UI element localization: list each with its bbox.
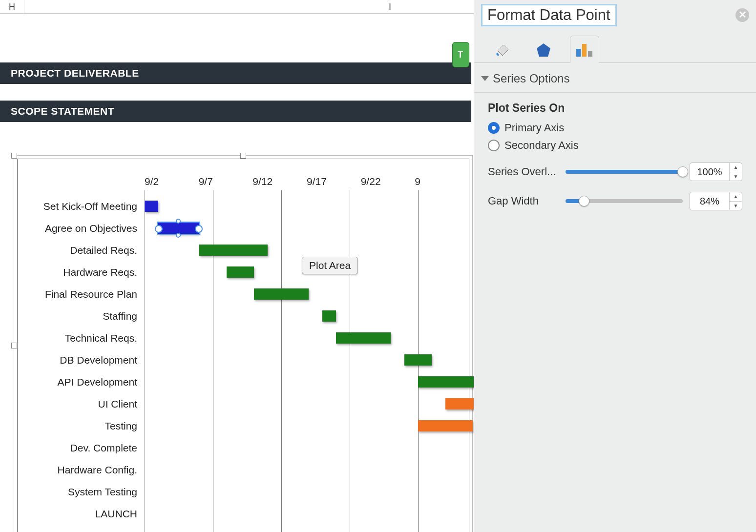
x-tick: 9/7 <box>199 176 253 189</box>
gantt-bar[interactable] <box>336 332 391 344</box>
series-overlap-slider[interactable] <box>566 166 683 178</box>
gap-width-value[interactable]: 84% <box>690 192 729 210</box>
series-overlap-label: Series Overl... <box>488 165 559 178</box>
series-overlap-stepper[interactable]: 100% ▲ ▼ <box>690 163 742 181</box>
task-bar-area <box>142 481 469 503</box>
task-row: System Testing <box>18 481 469 503</box>
green-button[interactable]: T <box>452 42 469 67</box>
primary-axis-radio[interactable] <box>488 122 500 134</box>
gantt-bar[interactable] <box>199 245 268 256</box>
gap-width-label: Gap Width <box>488 195 559 207</box>
task-label: Agree on Objectives <box>18 223 142 234</box>
plot-series-on-label: Plot Series On <box>488 102 742 115</box>
task-label: Staffing <box>18 310 142 322</box>
chart-resize-handle-ml[interactable] <box>11 343 17 348</box>
gantt-bar[interactable] <box>404 354 432 366</box>
gap-width-row: Gap Width 84% ▲ ▼ <box>488 192 742 210</box>
gap-step-down[interactable]: ▼ <box>730 202 742 210</box>
svg-marker-0 <box>537 43 550 57</box>
task-label: Dev. Complete <box>18 442 142 454</box>
format-side-panel: Format Data Point ✕ Series Options P <box>474 0 756 532</box>
overlap-step-up[interactable]: ▲ <box>730 163 742 172</box>
slider-thumb[interactable] <box>579 196 589 206</box>
gantt-bar[interactable] <box>227 266 254 278</box>
panel-body: Plot Series On Primary Axis Secondary Ax… <box>474 93 756 219</box>
task-row: Technical Reqs. <box>18 327 469 349</box>
task-row: API Development <box>18 371 469 393</box>
tab-effects[interactable] <box>529 36 558 63</box>
gantt-chart-object[interactable]: 9/29/79/129/179/229 Set Kick-Off Meeting… <box>14 155 473 532</box>
chart-plot-area[interactable]: 9/29/79/129/179/229 Set Kick-Off Meeting… <box>17 159 469 532</box>
task-row: Hardware Config. <box>18 459 469 481</box>
series-options-header[interactable]: Series Options <box>474 63 756 93</box>
gantt-bar[interactable] <box>322 310 336 322</box>
task-bar-area <box>142 415 469 437</box>
task-bar-area <box>142 393 469 415</box>
task-bar-area <box>142 349 469 371</box>
task-label: Hardware Config. <box>18 464 142 476</box>
chart-rows: Set Kick-Off MeetingAgree on ObjectivesD… <box>18 195 469 529</box>
task-label: Technical Reqs. <box>18 332 142 344</box>
worksheet-area: T PROJECT DELIVERABLE SCOPE STATEMENT 9/… <box>0 14 471 532</box>
task-bar-area <box>142 283 469 305</box>
paint-bucket-icon <box>494 41 511 59</box>
task-row: Staffing <box>18 305 469 327</box>
series-options-label: Series Options <box>493 72 569 85</box>
task-row: Detailed Reqs. <box>18 239 469 261</box>
tab-fill[interactable] <box>488 36 517 63</box>
gantt-bar[interactable] <box>254 288 309 300</box>
slider-thumb[interactable] <box>677 166 688 177</box>
task-row: Agree on Objectives <box>18 217 469 239</box>
primary-axis-radio-row[interactable]: Primary Axis <box>488 122 742 134</box>
x-tick: 9/17 <box>307 176 361 189</box>
task-label: Detailed Reqs. <box>18 245 142 256</box>
svg-rect-2 <box>582 44 587 57</box>
task-bar-area <box>142 437 469 459</box>
panel-title[interactable]: Format Data Point <box>481 4 617 26</box>
task-label: UI Client <box>18 398 142 410</box>
task-label: LAUNCH <box>18 508 142 520</box>
chart-x-axis-ticks: 9/29/79/129/179/229 <box>145 176 469 189</box>
primary-axis-label: Primary Axis <box>504 122 564 134</box>
chart-resize-handle-tl[interactable] <box>11 153 17 159</box>
panel-close-icon[interactable]: ✕ <box>735 8 749 22</box>
task-label: Testing <box>18 420 142 432</box>
disclosure-triangle-icon <box>481 76 489 81</box>
task-label: API Development <box>18 376 142 388</box>
task-row: Set Kick-Off Meeting <box>18 195 469 217</box>
x-tick: 9 <box>415 176 469 189</box>
task-bar-area <box>142 459 469 481</box>
task-bar-area <box>142 217 469 239</box>
x-tick: 9/22 <box>361 176 415 189</box>
gap-width-stepper[interactable]: 84% ▲ ▼ <box>690 192 742 210</box>
series-overlap-row: Series Overl... 100% ▲ ▼ <box>488 163 742 181</box>
series-overlap-value[interactable]: 100% <box>690 163 729 181</box>
secondary-axis-radio-row[interactable]: Secondary Axis <box>488 139 742 152</box>
scope-statement-header: SCOPE STATEMENT <box>0 101 471 122</box>
x-tick: 9/12 <box>252 176 307 189</box>
task-bar-area <box>142 305 469 327</box>
tab-series-options[interactable] <box>570 36 599 63</box>
task-row: UI Client <box>18 393 469 415</box>
secondary-axis-radio[interactable] <box>488 140 500 151</box>
task-label: Set Kick-Off Meeting <box>18 201 142 212</box>
col-h-H[interactable]: H <box>0 0 24 13</box>
x-tick: 9/2 <box>145 176 199 189</box>
task-label: System Testing <box>18 486 142 498</box>
svg-rect-1 <box>576 49 581 57</box>
overlap-step-down[interactable]: ▼ <box>730 172 742 181</box>
gap-width-slider[interactable] <box>566 195 683 207</box>
gap-step-up[interactable]: ▲ <box>730 192 742 202</box>
task-row: Testing <box>18 415 469 437</box>
gantt-bar[interactable] <box>145 201 158 212</box>
task-row: Hardware Reqs. <box>18 261 469 283</box>
task-label: Final Resource Plan <box>18 288 142 300</box>
task-row: LAUNCH <box>18 503 469 525</box>
chart-resize-handle-tm[interactable] <box>240 153 246 159</box>
bar-chart-icon <box>575 41 594 59</box>
panel-title-row: Format Data Point ✕ <box>474 0 756 32</box>
pentagon-icon <box>535 41 552 59</box>
task-row: DB Development <box>18 349 469 371</box>
gantt-bar[interactable] <box>418 420 473 431</box>
gantt-bar[interactable] <box>158 223 199 234</box>
